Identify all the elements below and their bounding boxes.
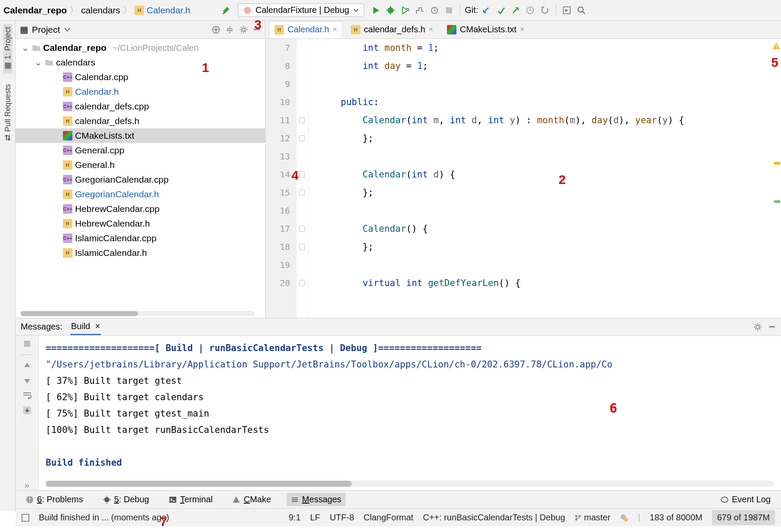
breadcrumb-file[interactable]: Calendar.h	[147, 5, 191, 16]
event-log-tab[interactable]: Event Log	[716, 493, 775, 506]
scroll-to-end-icon[interactable]	[22, 406, 32, 415]
soft-wrap-icon[interactable]	[22, 391, 32, 399]
build-output[interactable]: ====================[ Build | runBasicCa…	[39, 336, 781, 478]
breadcrumb[interactable]: Calendar_repo 〉 calendars 〉 H Calendar.h	[3, 4, 191, 16]
up-arrow-icon[interactable]	[23, 362, 31, 370]
run-context[interactable]: C++: runBasicCalendarTests | Debug	[423, 513, 565, 523]
breadcrumb-root[interactable]: Calendar_repo	[3, 5, 67, 16]
more-icon[interactable]: »	[25, 480, 29, 490]
hide-icon[interactable]	[768, 323, 776, 330]
pull-requests-toolwindow-tab[interactable]: ⇄ Pull Requests	[3, 81, 12, 143]
tree-row[interactable]: CMakeLists.txt	[16, 128, 265, 143]
toolwindow-tab-terminal[interactable]: Terminal	[165, 493, 217, 506]
gear-icon[interactable]	[239, 25, 248, 34]
tree-row[interactable]: ⌄ calendars	[16, 55, 265, 70]
build-hammer-icon[interactable]	[220, 4, 233, 17]
fold-handle[interactable]	[299, 280, 305, 286]
project-tree[interactable]: ⌄ Calendar_repo~/CLionProjects/Calen ⌄ c…	[16, 39, 265, 318]
messages-build-tab[interactable]: Build ×	[70, 319, 101, 335]
toggle-toolwindows-icon[interactable]	[22, 514, 29, 522]
code-area[interactable]: 7891011121314151617181920 int month = 1;…	[266, 39, 781, 318]
tree-row[interactable]: H IslamicCalendar.h	[16, 246, 265, 260]
tree-row[interactable]: H General.h	[16, 158, 265, 172]
toolwindow-tab-problems[interactable]: 6: Problems	[22, 493, 87, 506]
project-toolwindow-tab[interactable]: ▦ 1: Project	[3, 24, 12, 74]
tree-row[interactable]: C++ IslamicCalendar.cpp	[16, 231, 265, 246]
fold-column[interactable]	[297, 39, 309, 318]
close-icon[interactable]: ×	[520, 25, 525, 34]
git-push-icon[interactable]	[509, 4, 522, 17]
tree-row[interactable]: H GregorianCalendar.h	[16, 187, 265, 202]
chevron-down-icon[interactable]	[64, 27, 70, 33]
git-update-icon[interactable]	[480, 4, 493, 17]
tree-row[interactable]: H Calendar.h	[16, 84, 265, 99]
attach-button[interactable]	[428, 4, 441, 17]
fold-handle[interactable]	[299, 135, 305, 141]
close-icon[interactable]: ×	[333, 25, 337, 34]
gear-icon[interactable]	[753, 323, 762, 331]
breadcrumb-folder[interactable]: calendars	[81, 5, 120, 16]
tree-row[interactable]: C++ General.cpp	[16, 143, 265, 158]
profile-button[interactable]	[413, 4, 426, 17]
close-icon[interactable]: ×	[95, 321, 100, 331]
run-configuration-selector[interactable]: CalendarFixture | Debug	[238, 3, 365, 17]
toolwindow-tab-cmake[interactable]: CMake	[228, 493, 275, 506]
git-rollback-icon[interactable]	[538, 4, 551, 17]
toolwindow-tab-debug[interactable]: 5: Debug	[99, 493, 153, 506]
file-encoding[interactable]: UTF-8	[330, 513, 354, 523]
search-everywhere-icon[interactable]	[575, 4, 588, 17]
h-file-icon: H	[63, 190, 72, 199]
tree-row[interactable]: H calendar_defs.h	[16, 114, 265, 128]
editor-scrollbar[interactable]	[773, 42, 780, 314]
h-file-icon: H	[134, 6, 144, 15]
fold-handle[interactable]	[299, 190, 305, 196]
svg-point-7	[578, 7, 583, 12]
fold-handle[interactable]	[299, 226, 305, 232]
memory-indicator-1[interactable]: 183 of 8000M	[650, 513, 702, 523]
close-icon[interactable]: ×	[429, 25, 434, 34]
git-commit-icon[interactable]	[494, 4, 507, 17]
fold-handle[interactable]	[299, 244, 305, 250]
run-button[interactable]	[369, 4, 382, 17]
git-branch-widget[interactable]: master	[575, 513, 610, 523]
caret-position[interactable]: 9:1	[289, 513, 301, 523]
down-arrow-icon[interactable]	[23, 376, 31, 384]
toolwindow-tab-messages[interactable]: Messages	[287, 493, 346, 506]
warning-stripe[interactable]	[774, 162, 780, 165]
tree-row[interactable]: C++ calendar_defs.cpp	[16, 99, 265, 114]
line-separator[interactable]: LF	[310, 513, 320, 523]
line-number-gutter[interactable]: 7891011121314151617181920	[266, 39, 297, 318]
background-tasks-icon[interactable]	[620, 513, 628, 522]
stop-button[interactable]	[443, 4, 456, 17]
expand-arrow-icon[interactable]: ⌄	[22, 43, 29, 53]
tree-row[interactable]: ⌄ Calendar_repo~/CLionProjects/Calen	[16, 40, 265, 55]
tree-row[interactable]: C++ Calendar.cpp	[16, 70, 265, 84]
horizontal-scrollbar[interactable]	[46, 481, 774, 487]
expand-arrow-icon[interactable]: ⌄	[34, 57, 42, 68]
run-anything-icon[interactable]	[560, 4, 573, 17]
editor-tab[interactable]: H Calendar.h ×	[269, 21, 343, 38]
tree-row[interactable]: C++ HebrewCalendar.cpp	[16, 202, 265, 216]
tree-row[interactable]: H HebrewCalendar.h	[16, 216, 265, 231]
project-title: Project	[32, 25, 60, 35]
editor-tab[interactable]: H calendar_defs.h ×	[345, 21, 439, 38]
memory-indicator-2[interactable]: 679 of 1987M	[712, 510, 775, 525]
fold-handle[interactable]	[299, 117, 305, 123]
tree-row[interactable]: C++ GregorianCalendar.cpp	[16, 172, 265, 187]
git-history-icon[interactable]	[524, 4, 537, 17]
toolwindow-tab-label: Messages	[302, 495, 341, 504]
code-content[interactable]: int month = 1; int day = 1; public: Cale…	[309, 39, 781, 318]
coverage-button[interactable]	[399, 4, 412, 17]
event-log-icon	[721, 496, 728, 504]
stop-icon[interactable]	[23, 340, 31, 348]
svg-point-26	[579, 515, 581, 517]
debug-button[interactable]	[384, 4, 397, 17]
select-opened-file-icon[interactable]	[212, 25, 220, 34]
fold-handle[interactable]	[299, 171, 305, 177]
horizontal-scrollbar[interactable]	[21, 311, 255, 316]
ok-stripe[interactable]	[774, 200, 780, 203]
formatter[interactable]: ClangFormat	[364, 513, 414, 523]
hide-icon[interactable]	[253, 25, 261, 33]
expand-all-icon[interactable]	[225, 25, 234, 34]
editor-tab[interactable]: CMakeLists.txt ×	[441, 21, 530, 38]
